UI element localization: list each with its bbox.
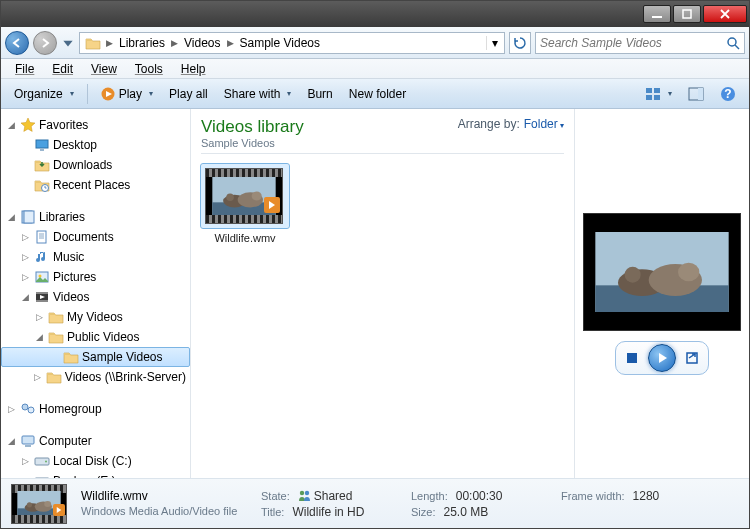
sidebar-item-desktop[interactable]: ▷Desktop [1,135,190,155]
preview-stop-button[interactable] [624,350,640,366]
collapse-icon[interactable]: ◢ [5,212,17,222]
sidebar-item-documents[interactable]: ▷Documents [1,227,190,247]
expand-icon[interactable]: ▷ [19,252,31,262]
tree-label: Recent Places [53,178,130,192]
libraries-header[interactable]: ◢Libraries [1,207,190,227]
breadcrumb-dropdown[interactable]: ▾ [486,36,502,50]
tree-label: Desktop [53,138,97,152]
preview-pane-button[interactable] [681,83,711,105]
svg-rect-28 [683,10,691,18]
share-with-button[interactable]: Share with [217,83,299,105]
collapse-icon[interactable]: ◢ [19,292,31,302]
collapse-icon[interactable]: ◢ [5,436,17,446]
tree-label: Pictures [53,270,96,284]
menu-tools[interactable]: Tools [127,60,171,78]
search-input[interactable] [540,36,726,50]
collapse-icon[interactable]: ◢ [33,332,45,342]
client-area: ◢ Favorites ▷Desktop ▷Downloads ▷Recent … [1,109,749,478]
play-all-button[interactable]: Play all [162,83,215,105]
menu-edit[interactable]: Edit [44,60,81,78]
preview-media[interactable] [583,213,741,331]
help-button[interactable]: ? [713,83,743,105]
breadcrumb-sample-videos[interactable]: Sample Videos [236,33,325,53]
details-thumbnail [11,484,67,524]
navigation-pane[interactable]: ◢ Favorites ▷Desktop ▷Downloads ▷Recent … [1,109,191,478]
sidebar-item-homegroup[interactable]: ▷Homegroup [1,399,190,419]
details-pane: Wildlife.wmv State:Shared Length:00:00:3… [1,478,749,528]
history-dropdown[interactable] [61,36,75,50]
tree-label: Music [53,250,84,264]
svg-rect-27 [652,16,662,18]
play-overlay-icon [264,197,280,213]
preview-fullscreen-button[interactable] [684,350,700,366]
menu-view[interactable]: View [83,60,125,78]
sidebar-item-my-videos[interactable]: ▷My Videos [1,307,190,327]
expand-icon[interactable]: ▷ [5,404,17,414]
title-bar [1,1,749,27]
tree-label: Local Disk (C:) [53,454,132,468]
breadcrumb-root-arrow[interactable]: ▶ [104,38,115,48]
documents-icon [34,229,50,245]
sidebar-item-videos[interactable]: ◢Videos [1,287,190,307]
music-icon [34,249,50,265]
forward-button[interactable] [33,31,57,55]
maximize-button[interactable] [673,5,701,23]
expand-icon[interactable]: ▷ [19,272,31,282]
organize-button[interactable]: Organize [7,83,81,105]
sidebar-item-drive-c[interactable]: ▷Local Disk (C:) [1,451,190,471]
minimize-button[interactable] [643,5,671,23]
location-icon [85,35,101,51]
arrange-by-value[interactable]: Folder [524,117,564,131]
view-options-button[interactable] [638,83,679,105]
sidebar-item-public-videos[interactable]: ◢Public Videos [1,327,190,347]
details-length-label: Length: [411,490,452,502]
sidebar-item-sample-videos[interactable]: ▷Sample Videos [1,347,190,367]
breadcrumb[interactable]: ▶ Libraries ▶ Videos ▶ Sample Videos ▾ [79,32,505,54]
file-thumbnail [205,168,283,224]
details-state-label: State: [261,490,294,502]
sidebar-item-downloads[interactable]: ▷Downloads [1,155,190,175]
sidebar-item-net-videos[interactable]: ▷Videos (\\Brink-Server) [1,367,190,387]
expand-icon[interactable]: ▷ [19,232,31,242]
breadcrumb-arrow[interactable]: ▶ [169,38,180,48]
items-view[interactable]: Wildlife.wmv [201,164,564,470]
play-overlay-icon [53,504,65,516]
tree-label: Libraries [39,210,85,224]
expand-icon[interactable]: ▷ [31,372,42,382]
content-pane[interactable]: Videos library Sample Videos Arrange by:… [191,109,574,478]
details-framewidth-label: Frame width: [561,490,629,502]
details-title-value: Wildlife in HD [292,505,364,519]
favorites-header[interactable]: ◢ Favorites [1,115,190,135]
breadcrumb-libraries[interactable]: Libraries [115,33,169,53]
sidebar-item-pictures[interactable]: ▷Pictures [1,267,190,287]
breadcrumb-arrow[interactable]: ▶ [225,38,236,48]
burn-button[interactable]: Burn [300,83,339,105]
folder-icon [48,309,64,325]
preview-play-button[interactable] [648,344,676,372]
search-box[interactable] [535,32,745,54]
refresh-button[interactable] [509,32,531,54]
close-button[interactable] [703,5,747,23]
arrange-by: Arrange by: Folder [458,117,564,131]
menu-file[interactable]: File [7,60,42,78]
expand-icon[interactable]: ▷ [33,312,45,322]
sidebar-item-drive-e[interactable]: ▷Backup (E:) [1,471,190,478]
star-icon [20,117,36,133]
explorer-window: ▶ Libraries ▶ Videos ▶ Sample Videos ▾ F… [0,0,750,529]
back-button[interactable] [5,31,29,55]
file-label: Wildlife.wmv [201,232,289,244]
expand-icon[interactable]: ▷ [19,456,31,466]
sidebar-item-music[interactable]: ▷Music [1,247,190,267]
play-button[interactable]: Play [94,83,160,105]
collapse-icon[interactable]: ◢ [5,120,17,130]
sidebar-item-recent-places[interactable]: ▷Recent Places [1,175,190,195]
help-icon: ? [720,86,736,102]
file-item-wildlife[interactable]: Wildlife.wmv [201,164,289,244]
details-filetype: Windows Media Audio/Video file [81,505,251,519]
computer-header[interactable]: ◢Computer [1,431,190,451]
svg-rect-39 [627,353,637,363]
breadcrumb-videos[interactable]: Videos [180,33,224,53]
tree-label: Homegroup [39,402,102,416]
new-folder-button[interactable]: New folder [342,83,413,105]
menu-help[interactable]: Help [173,60,214,78]
